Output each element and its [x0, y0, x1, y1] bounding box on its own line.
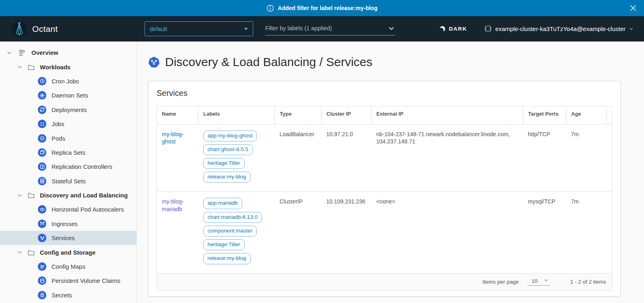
label-pill[interactable]: chart:mariadb-6.13.0 — [203, 212, 262, 223]
sidebar-item-label: Ingresses — [52, 220, 78, 227]
external-ip: <none> — [372, 192, 523, 273]
cluster-selector[interactable]: example-cluster-ka3TuTzYo4a@example-clus… — [484, 25, 634, 33]
services-icon — [38, 234, 46, 242]
sidebar-item-config-and-storage[interactable]: Config and Storage — [0, 245, 136, 259]
services-table: NameLabelsTypeCluster IPExternal IPTarge… — [157, 106, 612, 274]
sidebar-item-label: Deployments — [52, 106, 87, 113]
theme-toggle[interactable]: DARK — [440, 26, 467, 32]
sidebar-item-pods[interactable]: Pods — [0, 131, 136, 145]
target-ports: http/TCP — [523, 124, 566, 192]
chevron-down-icon — [629, 27, 634, 31]
chevron-down-icon — [543, 278, 549, 283]
chevron-down-icon[interactable] — [6, 50, 12, 56]
chevron-down-icon[interactable] — [17, 64, 23, 70]
column-header-type: Type — [275, 106, 322, 125]
sidebar-item-horizontal-pod-autoscalers[interactable]: Horizontal Pod Autoscalers — [0, 202, 136, 216]
sidebar-item-label: Secrets — [52, 292, 72, 299]
sidebar-item-services[interactable]: Services — [0, 231, 136, 245]
sidebar-item-label: Cron Jobs — [52, 78, 79, 85]
age: 7m — [566, 192, 607, 273]
chevron-down-icon[interactable] — [17, 193, 23, 198]
sidebar-item-label: Horizontal Pod Autoscalers — [52, 206, 124, 213]
sidebar-item-discovery-and-load-balancing[interactable]: Discovery and Load Balancing — [0, 188, 136, 202]
label-pill[interactable]: app:my-blog-ghost — [203, 131, 257, 141]
replication-controllers-icon — [38, 162, 46, 171]
sidebar-item-label: Discovery and Load Balancing — [40, 192, 128, 199]
sidebar-item-label: Pods — [52, 135, 65, 142]
pvc-icon — [38, 276, 46, 285]
column-header-age: Age — [566, 106, 607, 125]
sidebar-item-persistent-volume-claims[interactable]: Persistent Volume Claims — [0, 274, 136, 288]
label-pill[interactable]: chart:ghost-8.0.5 — [203, 144, 253, 155]
notification-bar: Added filter for label release:my-blog — [0, 0, 644, 16]
folder-icon — [27, 191, 35, 199]
sidebar-item-overview[interactable]: Overview — [0, 46, 136, 60]
label-pill[interactable]: release:my-blog — [203, 172, 251, 183]
items-per-page-label: Items per page — [483, 279, 519, 285]
sidebar-item-label: Config Maps — [52, 263, 85, 270]
sidebar-item-label: Daemon Sets — [52, 92, 88, 99]
service-name-link[interactable]: my-blog-mariadb — [162, 198, 184, 212]
replica-sets-icon — [38, 148, 46, 157]
sidebar-item-workloads[interactable]: Workloads — [0, 60, 136, 74]
service-heptagon-icon — [148, 56, 160, 68]
namespace-value: default — [150, 26, 167, 32]
sidebar-item-stateful-sets[interactable]: Stateful Sets — [0, 174, 136, 188]
sidebar-item-config-maps[interactable]: Config Maps — [0, 259, 136, 274]
sidebar-item-deployments[interactable]: Deployments — [0, 103, 136, 117]
label-filter-dropdown[interactable]: Filter by labels (1 applied) — [265, 23, 395, 35]
sidebar-item-replica-sets[interactable]: Replica Sets — [0, 145, 136, 160]
label-pill[interactable]: heritage:Tiller — [203, 239, 245, 250]
chevron-down-icon — [244, 28, 248, 30]
column-header-cluster-ip: Cluster IP — [322, 106, 372, 125]
ingresses-icon — [38, 220, 46, 228]
theme-toggle-label: DARK — [449, 26, 467, 32]
chevron-down-icon — [388, 25, 395, 32]
sidebar-item-secrets[interactable]: Secrets — [0, 288, 136, 302]
sidebar-item-cron-jobs[interactable]: Cron Jobs — [0, 74, 136, 88]
label-pill[interactable]: component:master — [203, 226, 257, 237]
column-header-labels: Labels — [198, 106, 275, 125]
close-icon[interactable] — [630, 4, 637, 12]
folder-icon — [27, 63, 35, 71]
sidebar-item-replication-controllers[interactable]: Replication Controllers — [0, 160, 136, 174]
column-header-filler — [607, 106, 612, 125]
label-pill[interactable]: app:mariadb — [203, 198, 242, 209]
service-name-link[interactable]: my-blog-ghost — [162, 131, 184, 145]
cluster-ip: 10.97.21.0 — [322, 124, 372, 192]
label-pill[interactable]: heritage:Tiller — [203, 158, 245, 169]
cluster-icon — [484, 25, 492, 33]
sidebar-nav: OverviewWorkloadsCron JobsDaemon SetsDep… — [0, 42, 137, 303]
column-header-target-ports: Target Ports — [523, 106, 566, 125]
chevron-down-icon[interactable] — [17, 249, 23, 255]
filler-cell — [607, 192, 612, 273]
services-card: Services NameLabelsTypeCluster IPExterna… — [148, 81, 621, 297]
stateful-sets-icon — [38, 177, 46, 185]
external-ip: nb-104-237-148-71.newark.nodebalancer.li… — [372, 124, 523, 192]
column-header-external-ip: External IP — [372, 106, 523, 125]
service-type: LoadBalancer — [275, 124, 322, 192]
sidebar-item-label: Persistent Volume Claims — [52, 277, 120, 284]
objects-icon — [18, 49, 26, 57]
page-title: Discovery & Load Balancing / Services — [165, 55, 372, 69]
app-name: Octant — [32, 24, 58, 34]
sidebar-item-ingresses[interactable]: Ingresses — [0, 217, 136, 231]
label-pill[interactable]: release:my-blog — [203, 253, 251, 264]
info-circle-icon — [266, 4, 274, 12]
column-header-name: Name — [157, 106, 198, 125]
cluster-name: example-cluster-ka3TuTzYo4a@example-clus… — [495, 25, 625, 32]
sidebar-item-label: Replica Sets — [52, 149, 85, 156]
sidebar-item-label: Config and Storage — [40, 249, 95, 256]
namespace-select[interactable]: default — [144, 21, 253, 36]
sidebar-item-daemon-sets[interactable]: Daemon Sets — [0, 88, 136, 102]
sidebar-item-label: Overview — [31, 49, 58, 56]
pods-icon — [38, 134, 46, 143]
items-per-page-value: 10 — [532, 278, 538, 284]
sidebar-item-jobs[interactable]: Jobs — [0, 117, 136, 131]
octant-logo — [11, 21, 27, 37]
app-header: Octant default Filter by labels (1 appli… — [0, 16, 644, 42]
table-row: my-blog-mariadbapp:mariadbchart:mariadb-… — [157, 192, 612, 273]
sidebar-item-label: Replication Controllers — [52, 163, 112, 170]
items-per-page-select[interactable]: 10 — [528, 278, 550, 286]
deployments-icon — [38, 106, 46, 114]
